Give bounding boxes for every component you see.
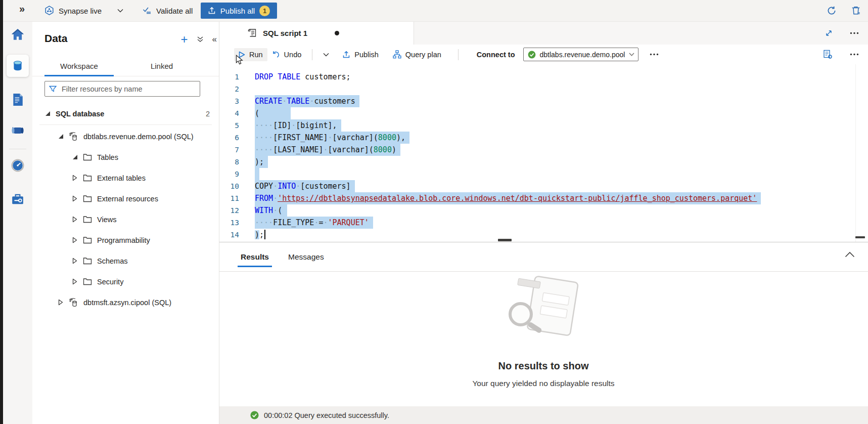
more-actions-icon[interactable] <box>850 53 859 56</box>
toolbar-right-actions <box>823 50 859 59</box>
tree-item-external-resources[interactable]: External resources <box>32 188 219 209</box>
run-button[interactable]: Run <box>234 48 267 61</box>
code-line-8[interactable]: 8); <box>219 156 868 168</box>
collapse-arrow-icon[interactable] <box>44 111 51 116</box>
tree-item-external-tables[interactable]: External tables <box>32 167 219 188</box>
code-line-10[interactable]: 10COPY·INTO·[customers] <box>219 180 868 192</box>
code-line-content: DROP TABLE customers; <box>255 71 351 83</box>
code-line-4[interactable]: 4( <box>219 107 868 119</box>
code-line-2[interactable]: 2 <box>219 83 868 95</box>
tree-item-count: 2 <box>206 110 219 118</box>
synapse-studio-window: » Synapse live Validate all Publish all … <box>0 0 868 424</box>
code-line-5[interactable]: 5····[ID]·[bigint], <box>219 119 868 132</box>
code-line-11[interactable]: 11FROM·'https://dbtlabsynapsedatalake.bl… <box>219 192 868 204</box>
code-line-content: ····[FIRST_NAME]·[varchar](8000), <box>255 132 409 144</box>
tree-item-label: Views <box>97 216 116 224</box>
tree-item-dbtlabs-revenue-demo-pool-sql[interactable]: dbtlabs.revenue.demo.pool (SQL) <box>32 126 219 147</box>
nav-home[interactable] <box>7 23 29 46</box>
publish-all-button[interactable]: Publish all 1 <box>201 3 277 19</box>
toolbox-icon <box>11 193 24 205</box>
code-line-14[interactable]: 14); <box>219 229 868 241</box>
sql-code-editor[interactable]: 1DROP TABLE customers;23CREATE·TABLE·cus… <box>219 64 868 242</box>
pool-selector-dropdown[interactable]: dbtlabs.revenue.demo.pool <box>523 48 638 61</box>
filter-funnel-icon <box>49 86 57 93</box>
query-plan-button[interactable]: Query plan <box>388 48 446 61</box>
discard-trash-icon[interactable] <box>851 6 861 16</box>
code-line-9[interactable]: 9 <box>219 168 868 180</box>
expand-chevrons-icon[interactable]: » <box>19 3 25 15</box>
more-actions-icon[interactable] <box>850 32 859 34</box>
expand-arrow-icon[interactable] <box>72 278 78 285</box>
code-token: DROP <box>255 72 273 81</box>
code-line-6[interactable]: 6····[FIRST_NAME]·[varchar](8000), <box>219 132 868 144</box>
tree-item-views[interactable]: Views <box>32 209 219 230</box>
code-token: 8000 <box>374 145 392 154</box>
undo-redo-dropdown[interactable] <box>318 50 334 59</box>
code-token: ···· <box>255 121 273 130</box>
validate-all-button[interactable]: Validate all <box>143 0 193 21</box>
line-number: 6 <box>219 132 239 144</box>
folder-icon <box>83 153 92 161</box>
nav-develop[interactable] <box>7 89 29 111</box>
publish-icon <box>342 51 350 59</box>
code-token: customers <box>314 97 355 106</box>
document-icon <box>12 93 24 106</box>
expand-arrow-icon[interactable] <box>58 299 64 306</box>
collapse-arrow-icon[interactable] <box>72 155 78 159</box>
results-panel: Results Messages <box>219 242 868 424</box>
expand-arrow-icon[interactable] <box>72 237 78 243</box>
git-mode-selector[interactable]: Synapse live <box>44 0 123 21</box>
toolbar-more-icon[interactable] <box>650 53 659 56</box>
collapse-arrow-icon[interactable] <box>58 134 64 139</box>
tab-sql-script-1[interactable]: SQL script 1 <box>219 21 414 45</box>
data-panel-tabs: Workspace Linked <box>32 56 219 76</box>
refresh-icon[interactable] <box>827 6 837 16</box>
expand-arrow-icon[interactable] <box>72 258 78 264</box>
tree-item-tables[interactable]: Tables <box>32 147 219 167</box>
undo-button[interactable]: Undo <box>267 48 306 61</box>
collapse-all-icon[interactable] <box>197 36 204 43</box>
tree-item-schemas[interactable]: Schemas <box>32 250 219 271</box>
expand-arrow-icon[interactable] <box>72 175 78 181</box>
tree-item-security[interactable]: Security <box>32 271 219 292</box>
expand-arrow-icon[interactable] <box>72 195 78 202</box>
tree-item-sql-database[interactable]: SQL database2 <box>32 103 219 124</box>
expand-editor-icon[interactable] <box>825 29 833 37</box>
code-line-1[interactable]: 1DROP TABLE customers; <box>219 71 868 83</box>
tab-messages[interactable]: Messages <box>286 242 326 271</box>
code-token: ( <box>255 109 259 118</box>
expand-arrow-icon[interactable] <box>72 216 78 223</box>
pipeline-icon <box>11 125 25 136</box>
code-line-12[interactable]: 12WITH·( <box>219 204 868 217</box>
code-token: WITH <box>255 206 273 215</box>
home-icon <box>11 28 24 40</box>
publish-button[interactable]: Publish <box>338 48 383 61</box>
nav-manage[interactable] <box>7 188 29 210</box>
tab-workspace[interactable]: Workspace <box>44 56 114 76</box>
filter-resources-input[interactable] <box>61 84 196 94</box>
git-mode-label: Synapse live <box>59 7 102 15</box>
code-line-content: ····[LAST_NAME]·[varchar](8000) <box>255 144 400 156</box>
tree-item-programmability[interactable]: Programmability <box>32 230 219 250</box>
database-icon <box>69 132 78 141</box>
collapse-panel-icon[interactable]: « <box>212 34 217 45</box>
collapse-results-chevron-icon[interactable] <box>845 251 855 258</box>
code-token <box>273 72 278 81</box>
tab-results[interactable]: Results <box>239 242 271 271</box>
tree-item-label: SQL database <box>56 110 104 118</box>
folder-icon <box>83 257 92 265</box>
add-resource-icon[interactable]: + <box>181 34 188 45</box>
line-number: 13 <box>219 217 239 229</box>
code-line-13[interactable]: 13····FILE_TYPE·=·'PARQUET' <box>219 217 868 229</box>
no-results-subtitle: Your query yielded no displayable result… <box>219 379 868 388</box>
nav-data[interactable] <box>7 55 29 77</box>
nav-integrate[interactable] <box>7 119 29 142</box>
tree-item-dbtmsft-azsyn-cipool-sql[interactable]: dbtmsft.azsyn.cipool (SQL) <box>32 292 219 313</box>
publish-all-label: Publish all <box>220 7 255 15</box>
nav-monitor[interactable] <box>7 154 29 177</box>
code-token: · <box>323 218 328 227</box>
code-line-3[interactable]: 3CREATE·TABLE·customers <box>219 95 868 107</box>
tab-linked[interactable]: Linked <box>136 56 187 76</box>
code-line-7[interactable]: 7····[LAST_NAME]·[varchar](8000) <box>219 144 868 156</box>
properties-gear-icon[interactable] <box>823 50 833 59</box>
